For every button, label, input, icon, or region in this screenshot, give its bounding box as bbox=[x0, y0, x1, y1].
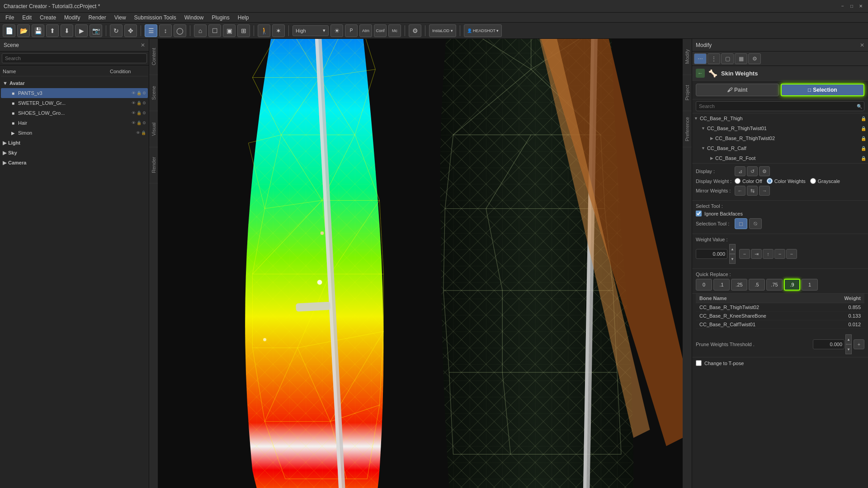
qr-btn-1[interactable]: .1 bbox=[713, 279, 730, 291]
eye-icon-sweter[interactable]: 👁 bbox=[132, 101, 136, 105]
section-camera[interactable]: ▶ Camera bbox=[1, 158, 148, 168]
radio-color-off-input[interactable] bbox=[735, 178, 741, 184]
ignore-backfaces-input[interactable] bbox=[696, 211, 702, 216]
right-tab-project[interactable]: Project bbox=[683, 75, 692, 111]
export-button[interactable]: ⬇ bbox=[61, 24, 73, 37]
tpose-checkbox[interactable] bbox=[696, 360, 702, 366]
settings-icon-hair[interactable]: ⚙ bbox=[142, 121, 146, 125]
tree-item-shoes[interactable]: ■ SHOES_LOW_Gro... 👁 🔒 ⚙ bbox=[1, 108, 148, 118]
modify-tab-face[interactable]: ▢ bbox=[721, 53, 734, 64]
lock-icon-simon[interactable]: 🔒 bbox=[141, 131, 146, 135]
bone-item-thigh[interactable]: ▼ CC_Base_R_Thigh 🔒 bbox=[692, 113, 868, 123]
radio-grayscale-input[interactable] bbox=[810, 178, 816, 184]
move-tool-button[interactable]: ↕ bbox=[159, 24, 172, 37]
display-refresh-btn[interactable]: ↺ bbox=[747, 166, 758, 176]
quality-dropdown[interactable]: High ▾ bbox=[292, 25, 329, 36]
settings-icon-sweter[interactable]: ⚙ bbox=[142, 101, 146, 105]
menu-create[interactable]: Create bbox=[36, 14, 60, 22]
snap-surface-button[interactable]: ▣ bbox=[223, 24, 236, 37]
weight-plus-btn[interactable]: − bbox=[774, 249, 785, 259]
side-tab-scene[interactable]: Scene bbox=[149, 75, 158, 111]
right-tab-preference[interactable]: Preference bbox=[683, 111, 692, 147]
skin-weights-back-button[interactable]: ← bbox=[696, 69, 705, 78]
mirror-right-btn[interactable]: → bbox=[759, 186, 770, 196]
qr-btn-9[interactable]: .9 bbox=[784, 279, 800, 291]
qr-btn-25[interactable]: .25 bbox=[731, 279, 747, 291]
menu-render[interactable]: Render bbox=[85, 14, 109, 22]
weight-set-btn[interactable]: ⇥ bbox=[751, 249, 762, 259]
scene-search-input[interactable] bbox=[2, 53, 147, 63]
prune-add-btn[interactable]: + bbox=[854, 339, 864, 349]
weight-down-btn[interactable]: ▼ bbox=[729, 254, 736, 264]
rotate-view-button[interactable]: ↻ bbox=[110, 24, 123, 37]
side-tab-content[interactable]: Content bbox=[149, 39, 158, 75]
insta-lod-button[interactable]: InstaLOD ▾ bbox=[429, 24, 456, 37]
pan-view-button[interactable]: ✥ bbox=[124, 24, 137, 37]
bone-button[interactable]: ✶ bbox=[272, 24, 285, 37]
right-tab-modify[interactable]: Modify bbox=[683, 39, 692, 75]
maximize-button[interactable]: □ bbox=[848, 3, 855, 10]
side-tab-render[interactable]: Render bbox=[149, 147, 158, 183]
tree-item-simon[interactable]: ▶ Simon 👁 🔒 bbox=[1, 128, 148, 138]
settings-icon-pants[interactable]: ⚙ bbox=[142, 91, 146, 95]
mc-button[interactable]: Mc bbox=[388, 24, 401, 37]
modify-tab-texture[interactable]: ▦ bbox=[735, 53, 747, 64]
radio-color-weights-input[interactable] bbox=[767, 178, 773, 184]
bone-item-foot[interactable]: ▶ CC_Base_R_Foot 🔒 bbox=[692, 153, 868, 163]
display-grid-btn[interactable]: ⊿ bbox=[735, 166, 745, 176]
menu-submission-tools[interactable]: Submission Tools bbox=[131, 14, 180, 22]
scene-close-icon[interactable]: ✕ bbox=[141, 42, 145, 48]
snap-button[interactable]: ⌂ bbox=[194, 24, 207, 37]
weight-export-btn[interactable]: ↑ bbox=[763, 249, 774, 259]
qr-btn-0[interactable]: 0 bbox=[696, 279, 712, 291]
close-button[interactable]: ✕ bbox=[857, 3, 864, 10]
lock-icon-pants[interactable]: 🔒 bbox=[137, 91, 142, 95]
open-button[interactable]: 📂 bbox=[17, 24, 30, 37]
prune-up-btn[interactable]: ▲ bbox=[845, 334, 852, 344]
qr-btn-1-full[interactable]: 1 bbox=[802, 279, 818, 291]
qr-btn-75[interactable]: .75 bbox=[766, 279, 783, 291]
modify-tab-vertex[interactable]: ⋅⋅⋅ bbox=[694, 53, 707, 64]
weight-apply-btn[interactable]: − bbox=[786, 249, 797, 259]
atmosphere-button[interactable]: Atm bbox=[359, 24, 372, 37]
modify-tab-edge[interactable]: ⋮ bbox=[708, 53, 720, 64]
render-preview-button[interactable]: ▶ bbox=[75, 24, 88, 37]
eye-icon-simon[interactable]: 👁 bbox=[136, 131, 140, 135]
tree-item-pants[interactable]: ■ PANTS_v3 👁 🔒 ⚙ bbox=[1, 88, 148, 98]
mirror-left-btn[interactable]: ← bbox=[735, 186, 745, 196]
weight-up-btn[interactable]: ▲ bbox=[729, 244, 736, 254]
rect-select-btn[interactable]: ◻ bbox=[735, 218, 747, 229]
menu-modify[interactable]: Modify bbox=[61, 14, 84, 22]
circle-select-button[interactable]: ◯ bbox=[174, 24, 186, 37]
settings-button[interactable]: ⚙ bbox=[409, 24, 421, 37]
qr-btn-5[interactable]: .5 bbox=[749, 279, 765, 291]
menu-plugins[interactable]: Plugins bbox=[208, 14, 233, 22]
menu-view[interactable]: View bbox=[111, 14, 130, 22]
menu-help[interactable]: Help bbox=[234, 14, 253, 22]
sw-search-input[interactable] bbox=[696, 101, 864, 111]
lock-icon-sweter[interactable]: 🔒 bbox=[137, 101, 142, 105]
modify-close-icon[interactable]: ✕ bbox=[860, 42, 864, 48]
tree-item-hair[interactable]: ■ Hair 👁 🔒 ⚙ bbox=[1, 118, 148, 128]
prune-down-btn[interactable]: ▼ bbox=[845, 344, 852, 354]
pose-button[interactable]: 🚶 bbox=[258, 24, 270, 37]
conf-button[interactable]: Conf bbox=[374, 24, 387, 37]
eye-icon-shoes[interactable]: 👁 bbox=[132, 111, 136, 115]
table-row-calftwist01[interactable]: CC_Base_R_CalfTwist01 0.012 bbox=[696, 320, 864, 329]
prune-input[interactable] bbox=[813, 339, 844, 349]
modify-tab-settings[interactable]: ⚙ bbox=[748, 53, 761, 64]
avatar-group[interactable]: ▼ Avatar bbox=[1, 78, 148, 88]
grid-button[interactable]: ⊞ bbox=[237, 24, 250, 37]
side-tab-visual[interactable]: Visual bbox=[149, 111, 158, 147]
selection-mode-tab[interactable]: □ Selection bbox=[781, 84, 865, 96]
paint-mode-tab[interactable]: 🖌 Paint bbox=[696, 84, 779, 96]
mirror-flip-btn[interactable]: ⇆ bbox=[747, 186, 758, 196]
bone-item-thightwist01[interactable]: ▼ CC_Base_R_ThighTwist01 🔒 bbox=[692, 123, 868, 133]
section-sky[interactable]: ▶ Sky bbox=[1, 148, 148, 158]
weight-value-input[interactable] bbox=[696, 249, 727, 259]
weight-minus-btn[interactable]: − bbox=[739, 249, 750, 259]
minimize-button[interactable]: − bbox=[839, 3, 846, 10]
display-settings-btn[interactable]: ⚙ bbox=[759, 166, 770, 176]
tree-item-sweter[interactable]: ■ SWETER_LOW_Gr... 👁 🔒 ⚙ bbox=[1, 98, 148, 108]
new-button[interactable]: 📄 bbox=[3, 24, 15, 37]
